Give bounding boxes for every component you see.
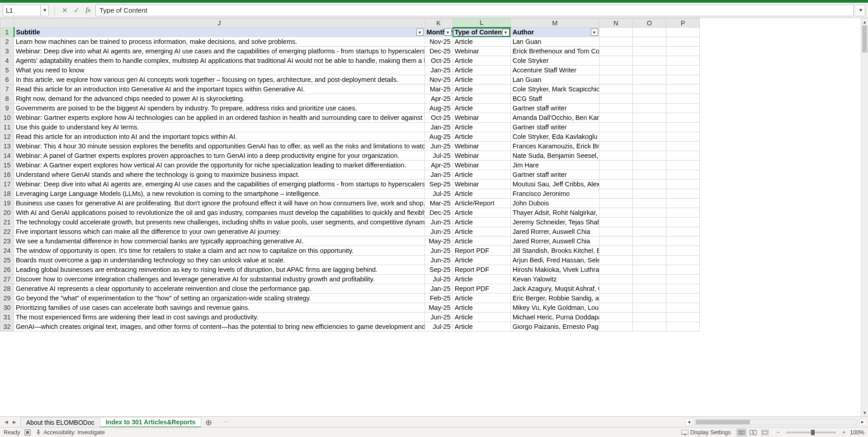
- col-header-L[interactable]: L: [453, 19, 510, 28]
- cell[interactable]: [632, 218, 666, 227]
- cell[interactable]: Eric Berger, Robbie Sandig, and KC Georg…: [510, 294, 599, 303]
- cell[interactable]: [599, 113, 632, 123]
- cell[interactable]: [632, 303, 666, 313]
- cell[interactable]: Article: [453, 237, 510, 246]
- cell[interactable]: John Dubois: [510, 199, 599, 208]
- cell[interactable]: Jared Rorrer, Auswell Chia: [510, 237, 599, 246]
- cell[interactable]: Read this article for an introduction in…: [14, 85, 425, 94]
- cell[interactable]: Article: [453, 37, 510, 47]
- cell[interactable]: Jan-25: [425, 284, 453, 294]
- cell[interactable]: Webinar: Deep dive into what AI agents a…: [14, 180, 425, 189]
- table-row[interactable]: 26Leading global businesses are embracin…: [0, 265, 700, 275]
- accessibility-icon[interactable]: [35, 429, 42, 436]
- row-header[interactable]: 4: [0, 56, 14, 66]
- cell[interactable]: Apr-25: [425, 94, 453, 104]
- status-accessibility[interactable]: Accessibility: Investigate: [43, 429, 104, 436]
- cell[interactable]: Jack Azagury, Muqsit Ashraf, Oliver Wrig…: [510, 284, 599, 294]
- cell[interactable]: Article: [453, 170, 510, 180]
- cell[interactable]: Oct-25: [425, 113, 453, 123]
- cell[interactable]: [666, 294, 699, 303]
- cell[interactable]: [666, 37, 699, 47]
- cell[interactable]: Nov-25: [425, 75, 453, 85]
- filter-dropdown-icon[interactable]: ▾: [444, 28, 452, 36]
- cell[interactable]: [666, 189, 699, 199]
- cell[interactable]: [599, 303, 632, 313]
- cell[interactable]: Webinar: Gartner experts explore how AI …: [14, 113, 425, 123]
- row-header[interactable]: 8: [0, 94, 14, 104]
- cell[interactable]: [632, 94, 666, 104]
- cell[interactable]: Webinar: A panel of Gartner experts expl…: [14, 151, 425, 161]
- cell[interactable]: Article: [453, 85, 510, 94]
- cell[interactable]: [666, 227, 699, 237]
- cell[interactable]: Jim Hare: [510, 161, 599, 170]
- cell[interactable]: Webinar: This 4 hour 30 minute session e…: [14, 142, 425, 151]
- cell[interactable]: [632, 227, 666, 237]
- cell[interactable]: Article: [453, 218, 510, 227]
- table-row[interactable]: 32GenAI—which creates original text, ima…: [0, 322, 700, 332]
- zoom-level[interactable]: 100%: [850, 429, 864, 436]
- cell[interactable]: Cole Stryker, Mark Scapicchio: [510, 85, 599, 94]
- table-row[interactable]: 7Read this article for an introduction i…: [0, 85, 700, 94]
- zoom-slider[interactable]: [786, 432, 836, 433]
- select-all-corner[interactable]: [0, 19, 14, 28]
- cell[interactable]: Oct-25: [425, 56, 453, 66]
- cell[interactable]: Article: [453, 104, 510, 113]
- cell[interactable]: [666, 284, 699, 294]
- cell[interactable]: [632, 246, 666, 256]
- table-row[interactable]: 12Read this article for an introduction …: [0, 132, 700, 142]
- cell[interactable]: Agents' adaptability enables them to han…: [14, 56, 425, 66]
- cell[interactable]: Giorgo Paizanis, Ernesto Pagano, David S…: [510, 322, 599, 332]
- col-header-K[interactable]: K: [425, 19, 453, 28]
- cell[interactable]: [599, 275, 632, 284]
- cell[interactable]: Aug-25: [425, 104, 453, 113]
- cell[interactable]: Jun-25: [425, 227, 453, 237]
- row-header[interactable]: 27: [0, 275, 14, 284]
- row-header[interactable]: 31: [0, 313, 14, 322]
- table-row[interactable]: 29Go beyond the "what" of experimentatio…: [0, 294, 700, 303]
- cell[interactable]: [666, 56, 699, 66]
- cell[interactable]: [666, 246, 699, 256]
- cell[interactable]: [599, 246, 632, 256]
- row-header[interactable]: 13: [0, 142, 14, 151]
- cell[interactable]: [666, 313, 699, 322]
- cell[interactable]: [599, 294, 632, 303]
- cell[interactable]: The most experienced firms are widening …: [14, 313, 425, 322]
- cell[interactable]: [599, 66, 632, 75]
- name-box[interactable]: [3, 5, 49, 16]
- row-header[interactable]: 24: [0, 246, 14, 256]
- cell[interactable]: Thayer Adsit, Rohit Nalgirkar, Sylvain S…: [510, 208, 599, 218]
- cell[interactable]: Gartner staff writer: [510, 170, 599, 180]
- cell[interactable]: Article: [453, 294, 510, 303]
- cell[interactable]: Report PDF: [453, 284, 510, 294]
- cell[interactable]: Kevan Yalowitz: [510, 275, 599, 284]
- view-normal-icon[interactable]: [736, 428, 747, 437]
- cell[interactable]: Francisco Jeronimo: [510, 189, 599, 199]
- cell[interactable]: Article: [453, 75, 510, 85]
- row-header[interactable]: 30: [0, 303, 14, 313]
- view-pagebreak-icon[interactable]: [760, 428, 770, 437]
- cell[interactable]: Leading global businesses are embracing …: [14, 265, 425, 275]
- cell[interactable]: [599, 208, 632, 218]
- cell[interactable]: [632, 170, 666, 180]
- header-subtitle[interactable]: Subtitle ▾: [14, 28, 425, 37]
- table-row[interactable]: 4Agents' adaptability enables them to ha…: [0, 56, 700, 66]
- zoom-in-icon[interactable]: +: [842, 429, 845, 436]
- cell[interactable]: Cole Stryker, Eda Kavlakoglu: [510, 132, 599, 142]
- cell[interactable]: BCG Staff: [510, 94, 599, 104]
- cell[interactable]: [632, 142, 666, 151]
- cell[interactable]: Article: [453, 313, 510, 322]
- cell[interactable]: Generative AI represents a clear opportu…: [14, 284, 425, 294]
- scroll-up-icon[interactable]: ▴: [861, 18, 868, 25]
- cell[interactable]: [599, 123, 632, 132]
- cell[interactable]: Jun-25: [425, 246, 453, 256]
- cell[interactable]: Boards must overcome a gap in understand…: [14, 256, 425, 265]
- col-header-P[interactable]: P: [666, 19, 699, 28]
- cell[interactable]: The technology could accelerate growth, …: [14, 218, 425, 227]
- cell-empty[interactable]: [632, 28, 666, 37]
- cell[interactable]: Sep-25: [425, 265, 453, 275]
- cell[interactable]: [599, 265, 632, 275]
- name-box-dropdown[interactable]: [41, 5, 49, 16]
- cell[interactable]: Webinar: [453, 151, 510, 161]
- table-row[interactable]: 18Leveraging Large Language Models (LLMs…: [0, 189, 700, 199]
- row-header[interactable]: 3: [0, 47, 14, 56]
